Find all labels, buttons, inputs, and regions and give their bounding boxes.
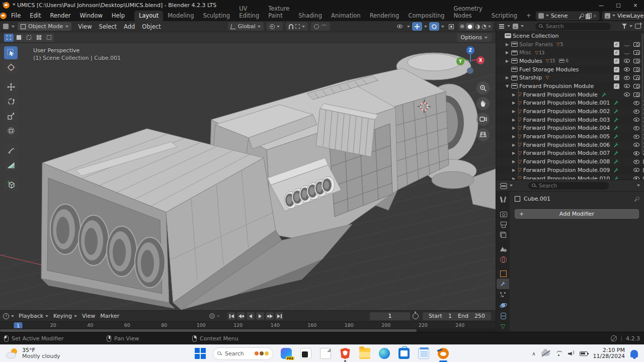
pan-hand-icon[interactable]: [476, 97, 490, 110]
viewport-menu-select[interactable]: Select: [96, 23, 120, 30]
scene-selector[interactable]: Scene ×: [536, 12, 599, 20]
viewport-menu-add[interactable]: Add: [120, 23, 138, 30]
libreoffice-taskbar-icon[interactable]: [319, 347, 332, 360]
eye-icon[interactable]: [633, 168, 639, 172]
snapping-controls[interactable]: [286, 22, 308, 31]
timeline-menu-playback[interactable]: Playback: [16, 313, 51, 319]
options-dropdown[interactable]: Options: [457, 33, 492, 42]
jump-to-start-button[interactable]: [227, 312, 235, 320]
eye-icon[interactable]: [633, 110, 639, 114]
timeline-menu-marker[interactable]: Marker: [98, 313, 122, 319]
disclosure-right[interactable]: ▶: [505, 59, 510, 63]
render-visibility-icon[interactable]: [633, 42, 640, 47]
outliner-item[interactable]: ▶Solar Panels▽5✓: [496, 40, 644, 49]
select-mode-circle[interactable]: [24, 34, 34, 42]
show-gizmo-toggle[interactable]: [412, 22, 422, 31]
wifi-icon[interactable]: [555, 351, 562, 356]
select-mode-box[interactable]: [14, 34, 24, 42]
workspace-tab-texture-paint[interactable]: Texture Paint: [264, 4, 294, 21]
ship-model[interactable]: [0, 43, 496, 310]
unlink-scene-icon[interactable]: ×: [593, 13, 597, 19]
start-button[interactable]: [194, 347, 206, 359]
gizmo-y-axis[interactable]: Y: [456, 57, 464, 65]
volume-icon[interactable]: [568, 351, 574, 356]
render-visibility-icon[interactable]: [633, 67, 640, 72]
viewport-menu-object[interactable]: Object: [138, 23, 164, 30]
new-collection-icon[interactable]: [635, 24, 641, 29]
render-visibility-icon[interactable]: [633, 93, 640, 97]
rotate-tool[interactable]: [4, 95, 18, 108]
outliner-item[interactable]: Fuel Storage Modules✓: [496, 65, 644, 74]
properties-tab-view-layer[interactable]: [497, 229, 509, 240]
explorer-taskbar-icon[interactable]: [358, 347, 371, 360]
eye-icon[interactable]: [633, 135, 639, 139]
measure-tool[interactable]: [4, 158, 18, 171]
properties-tab-physics[interactable]: [497, 300, 509, 310]
workspace-tab-geometry-nodes[interactable]: Geometry Nodes: [449, 4, 487, 21]
tray-chevron-icon[interactable]: ∧: [532, 351, 535, 356]
workspace-tab-shading[interactable]: Shading: [294, 11, 327, 21]
notepad-taskbar-icon[interactable]: [417, 347, 430, 360]
edge-taskbar-icon[interactable]: [378, 347, 391, 360]
notification-bell-icon[interactable]: [630, 350, 638, 357]
gizmo-x-axis[interactable]: X: [476, 56, 485, 64]
disclosure-right[interactable]: ▶: [511, 143, 516, 147]
eye-closed-icon[interactable]: [624, 43, 630, 46]
add-cube-tool[interactable]: +: [4, 178, 18, 191]
outliner-scrollbar[interactable]: [641, 33, 643, 154]
properties-tab-constraints[interactable]: [497, 310, 509, 321]
new-scene-icon[interactable]: [586, 13, 591, 19]
minimize-button[interactable]: —: [593, 0, 610, 10]
workspace-tab-animation[interactable]: Animation: [327, 11, 365, 21]
disclosure-down[interactable]: ▼: [505, 84, 510, 88]
properties-editor-icon[interactable]: [500, 183, 507, 189]
transform-tool[interactable]: [4, 124, 18, 137]
menu-window[interactable]: Window: [75, 12, 107, 19]
outliner-search[interactable]: [535, 23, 611, 30]
eye-icon[interactable]: [633, 143, 639, 147]
stopwatch-icon[interactable]: [413, 313, 419, 319]
rendered-shading-button[interactable]: ◔: [481, 24, 487, 29]
blender-menu-icon[interactable]: [0, 10, 7, 21]
properties-tab-scene[interactable]: [497, 243, 509, 254]
close-button[interactable]: ×: [627, 0, 644, 10]
eye-icon[interactable]: [633, 118, 639, 122]
navigation-gizmo[interactable]: Z Y X: [454, 46, 487, 78]
weather-widget[interactable]: 35°F Mostly cloudy: [0, 347, 111, 359]
pivot-point-dropdown[interactable]: [267, 22, 283, 31]
outliner-item[interactable]: ▶Misc▽13✓: [496, 48, 644, 57]
exclude-checkbox[interactable]: ✓: [614, 83, 619, 89]
properties-tab-modifiers[interactable]: [497, 279, 509, 289]
current-frame-field[interactable]: 1: [370, 312, 410, 320]
timeline-ruler[interactable]: 1 20406080100120140160180200220240: [0, 321, 496, 328]
workspace-tab-compositing[interactable]: Compositing: [404, 11, 449, 21]
start-frame-value[interactable]: 1: [448, 313, 452, 319]
disclosure-right[interactable]: ▶: [511, 101, 516, 105]
disclosure-right[interactable]: ▶: [511, 118, 516, 122]
disclosure-right[interactable]: ▶: [511, 159, 516, 164]
show-overlays-toggle[interactable]: [429, 22, 439, 31]
display-mode-icon[interactable]: [513, 24, 518, 29]
maximize-button[interactable]: □: [610, 0, 627, 10]
zoom-icon[interactable]: [476, 81, 490, 95]
outliner-item[interactable]: ▶Starship▽✓: [496, 73, 644, 82]
exclude-checkbox[interactable]: ✓: [614, 67, 619, 72]
play-button[interactable]: [256, 312, 264, 320]
disclosure-right[interactable]: ▶: [511, 93, 516, 97]
workspace-tab-scripting[interactable]: Scripting: [487, 11, 522, 21]
workspace-tab-modeling[interactable]: Modeling: [163, 11, 198, 21]
transform-orientation-dropdown[interactable]: Global: [228, 22, 264, 31]
workspace-tab-uv-editing[interactable]: UV Editing: [234, 4, 264, 21]
playhead[interactable]: 1: [14, 322, 23, 329]
select-mode-tweak[interactable]: [4, 34, 14, 42]
disclosure-right[interactable]: ▶: [511, 109, 516, 114]
eye-icon[interactable]: [633, 176, 639, 180]
exclude-checkbox[interactable]: ✓: [614, 75, 619, 80]
properties-search-input[interactable]: [539, 183, 605, 189]
disclosure-right[interactable]: ▶: [511, 151, 516, 155]
disclosure-right[interactable]: ▶: [511, 126, 516, 130]
xray-toggle[interactable]: [446, 22, 456, 31]
render-visibility-icon[interactable]: [633, 50, 640, 55]
solid-shading-button[interactable]: ●: [466, 23, 474, 30]
disclosure-right[interactable]: ▶: [511, 176, 516, 180]
